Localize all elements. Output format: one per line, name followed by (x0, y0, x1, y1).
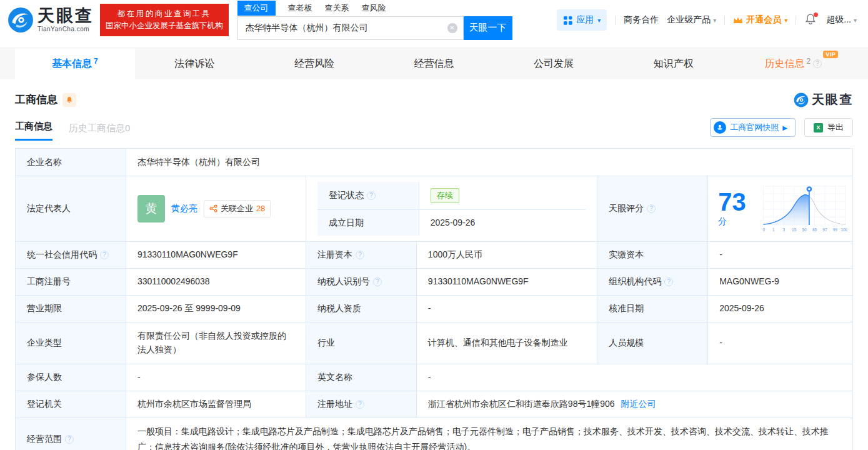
help-icon[interactable] (356, 400, 364, 409)
field-value: 330110002496038 (126, 269, 306, 296)
stamp-icon (714, 121, 726, 134)
field-label: 登记状态 (317, 182, 419, 209)
legal-rep-link[interactable]: 黄必亮 (171, 202, 197, 216)
header-nav: 应用 ▾ 商务合作 企业级产品 ▾ 开通会员 ▾ 超级... (557, 9, 857, 31)
help-icon[interactable]: ? (813, 59, 822, 68)
excel-icon: X (814, 123, 823, 132)
svg-text:99: 99 (833, 228, 838, 232)
subtab-history-business-info[interactable]: 历史工商信息0 (69, 122, 130, 141)
status-badge: 存续 (431, 188, 459, 203)
watermark-text: 天眼查 (812, 91, 853, 108)
field-label: 工商注册号 (16, 269, 126, 296)
export-button[interactable]: X 导出 (804, 118, 853, 137)
subscribe-bell-badge[interactable] (62, 93, 76, 107)
tianyancha-logo-icon (7, 7, 34, 33)
vip-badge: VIP (823, 51, 838, 58)
divider (615, 16, 616, 25)
nav-vip-upgrade[interactable]: 开通会员 ▾ (733, 14, 787, 26)
help-icon[interactable] (367, 191, 376, 200)
search-button[interactable]: 天眼一下 (464, 16, 512, 40)
section-title: 工商信息 (15, 92, 57, 107)
notification-dot (814, 12, 818, 17)
logo-domain: TianYanCha.com (37, 26, 94, 32)
field-label: 纳税人识别号 (306, 269, 416, 296)
field-label: 营业期限 (16, 296, 126, 322)
field-label: 经营范围 (16, 418, 126, 450)
svg-text:0: 0 (762, 228, 765, 232)
field-label: 登记机关 (16, 391, 126, 418)
tianyan-score[interactable]: 73分 (708, 180, 852, 238)
tab-company-development[interactable]: 公司发展 (494, 48, 614, 79)
tab-history-info[interactable]: VIP 历史信息 2 ? (733, 48, 853, 79)
subtab-business-info[interactable]: 工商信息 (15, 121, 52, 141)
business-scope-value: 一般项目：集成电路设计；集成电路芯片及产品制造；集成电路芯片及产品销售；电子元器… (126, 418, 852, 450)
field-label: 企业名称 (16, 149, 126, 176)
avatar[interactable]: 黄 (137, 195, 165, 222)
search-input[interactable]: 杰华特半导体（杭州）有限公司 ✕ (237, 16, 464, 40)
table-row: 登记机关 杭州市余杭区市场监督管理局 注册地址 浙江省杭州市余杭区仁和街道奉欣路… (16, 391, 853, 418)
field-value: 2025-09-26 (708, 296, 853, 322)
table-row: 参保人数 - 英文名称 - (16, 364, 853, 391)
nav-business-coop[interactable]: 商务合作 (624, 14, 659, 26)
subtab-row: 工商信息 历史工商信息0 工商官网快照 ▶ X 导出 (15, 118, 853, 141)
chevron-down-icon: ▾ (597, 17, 601, 24)
field-label: 人员规模 (597, 322, 708, 364)
search-tab-risk[interactable]: 查风险 (362, 2, 386, 14)
bell-icon (66, 96, 73, 104)
search-tab-relation[interactable]: 查关系 (325, 2, 349, 14)
table-row: 工商注册号 330110002496038 纳税人识别号 91330110MAG… (16, 269, 853, 296)
field-value: 1000万人民币 (416, 242, 597, 269)
help-icon[interactable] (65, 435, 74, 444)
search-area: 查公司 查老板 查关系 查风险 杰华特半导体（杭州）有限公司 ✕ 天眼一下 (237, 1, 512, 40)
field-label: 注册资本 (306, 242, 416, 269)
tab-count: 7 (94, 57, 98, 66)
help-icon[interactable] (356, 251, 364, 259)
promo-line1: 都在用的商业查询工具 (106, 8, 223, 20)
table-row: 法定代表人 黄 黄必亮 关联企业 28 (16, 176, 853, 242)
company-name-value: 杰华特半导体（杭州）有限公司 (126, 149, 852, 176)
field-value: 2025-09-26 至 9999-09-09 (126, 296, 306, 322)
chevron-down-icon: ▾ (713, 17, 716, 24)
tab-basic-info[interactable]: 基本信息 7 (15, 48, 135, 79)
registered-address-value: 浙江省杭州市余杭区仁和街道奉欣路98号1幢906附近公司 (416, 391, 852, 418)
tianyancha-logo-icon (794, 92, 809, 108)
tab-count: 2 (806, 57, 811, 66)
table-row: 企业类型 有限责任公司（非自然人投资或控股的法人独资） 行业 计算机、通信和其他… (16, 322, 853, 364)
business-info-table: 企业名称 杰华特半导体（杭州）有限公司 法定代表人 黄 黄必亮 (15, 148, 853, 450)
search-input-value: 杰华特半导体（杭州）有限公司 (246, 22, 368, 34)
tab-operating-info[interactable]: 经营信息 (374, 48, 494, 79)
clear-icon[interactable]: ✕ (447, 23, 457, 33)
related-companies-button[interactable]: 关联企业 28 (204, 200, 271, 218)
tianyancha-logo[interactable]: 天眼查 TianYanCha.com (7, 7, 94, 33)
arrow-right-icon: ▶ (782, 124, 787, 131)
search-tab-company[interactable]: 查公司 (237, 1, 276, 16)
field-value: 杭州市余杭区市场监督管理局 (126, 391, 306, 418)
score-value: 73 (718, 188, 746, 216)
help-icon[interactable] (664, 278, 673, 286)
nav-apps[interactable]: 应用 ▾ (557, 9, 607, 31)
nearby-companies-link[interactable]: 附近公司 (621, 399, 656, 409)
help-icon[interactable] (100, 251, 109, 259)
field-label: 参保人数 (16, 364, 126, 391)
tab-intellectual-property[interactable]: 知识产权 (614, 48, 734, 79)
field-label: 统一社会信用代码 (16, 242, 126, 269)
main-content: 工商信息 天眼查 工商信息 历史工商信息0 (0, 91, 868, 450)
score-unit: 分 (718, 216, 727, 226)
help-icon[interactable] (373, 278, 382, 286)
field-value: MAG0NWEG-9 (708, 269, 853, 296)
nav-enterprise-product[interactable]: 企业级产品 ▾ (667, 14, 716, 26)
nav-super-vip[interactable]: 超级... ▾ (826, 14, 857, 26)
help-icon[interactable] (647, 204, 656, 213)
field-label: 成立日期 (317, 209, 419, 236)
table-row: 统一社会信用代码 91330110MAG0NWEG9F 注册资本 1000万人民… (16, 242, 853, 269)
logo-title: 天眼查 (37, 8, 94, 24)
tab-legal-litigation[interactable]: 法律诉讼 (135, 48, 255, 79)
search-tab-boss[interactable]: 查老板 (288, 2, 312, 14)
official-snapshot-button[interactable]: 工商官网快照 ▶ (710, 118, 796, 137)
tab-operating-risk[interactable]: 经营风险 (254, 48, 374, 79)
promo-line2: 国家中小企业发展子基金旗下机构 (106, 20, 223, 32)
notification-bell[interactable] (804, 13, 818, 27)
watermark-logo: 天眼查 (794, 91, 853, 108)
field-label: 行业 (306, 322, 416, 364)
svg-text:15: 15 (792, 228, 797, 232)
